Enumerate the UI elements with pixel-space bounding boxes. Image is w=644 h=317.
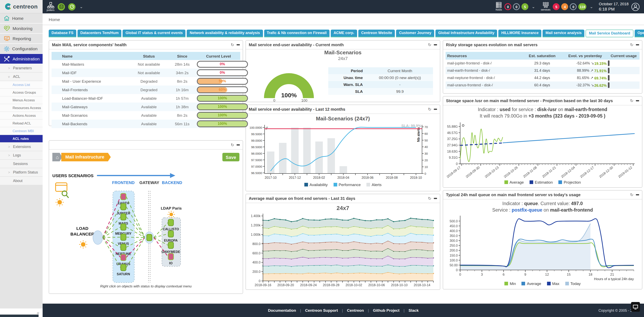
table-row[interactable]: Mail-FrontendsDegraded1h 16m60% [52, 85, 240, 94]
sidebar-item-reporting[interactable]: Reporting [0, 34, 42, 44]
collapse-panel-icon[interactable] [434, 109, 437, 110]
monitoring-engine-icon[interactable] [68, 3, 76, 10]
tab-database-fs[interactable]: Database FS [49, 29, 76, 37]
services-chevron-down-icon[interactable]: ⌄ [590, 4, 593, 9]
refresh-icon[interactable]: ↻ [231, 143, 234, 147]
tab-global-it-status-current-events[interactable]: Global IT status & current events [123, 29, 186, 37]
months-chart[interactable]: 96.500097.000097.500098.000098.500099.00… [246, 122, 440, 182]
sidebar-item-parameters[interactable]: >Parameters [0, 64, 42, 72]
table-row[interactable]: Load-Balancer-Mail-IDFAvailable1h 57m100… [52, 94, 240, 103]
footer-link-slack[interactable]: Slack [409, 308, 419, 313]
tab-centreon-website[interactable]: Centreon Website [358, 29, 395, 37]
sidebar-item-home[interactable]: Home [0, 13, 42, 23]
table-row[interactable]: Mail-BackendsAvailable56m 11s100% [52, 120, 240, 128]
poller-chevron-down-icon[interactable]: ⌄ [80, 4, 83, 9]
fullscreen-icon [633, 304, 638, 310]
table-row[interactable]: Mail-MastersNot available28m 14s0% [52, 60, 240, 68]
hosts-menu[interactable]: hosts [496, 2, 502, 11]
collapse-panel-icon[interactable] [236, 144, 240, 146]
hosts-badge[interactable]: 5 [522, 3, 528, 10]
save-button[interactable]: Save [222, 153, 240, 161]
sidebar-item-menus-access[interactable]: Menus Access [0, 96, 42, 104]
svg-text:LOAD: LOAD [76, 226, 88, 231]
horizontal-scrollbar-thumb[interactable] [0, 315, 38, 317]
refresh-icon[interactable]: ↻ [428, 196, 431, 200]
sidebar-item-access-groups[interactable]: Access Groups [0, 89, 42, 96]
tab-acme-corp-[interactable]: ACME corp. [331, 29, 357, 37]
refresh-icon[interactable]: ↻ [630, 193, 634, 197]
table-row[interactable]: mail-jupiter-frontend - disk-/29.3 days-… [446, 60, 640, 67]
infrastructure-diagram[interactable]: USERS SCENARIOSFRONTENDGATEWAYBACKENDLDA… [49, 162, 243, 283]
queue-chart[interactable]: 0200.0400.0600.0800.01.000k1.200k1.400k2… [246, 211, 440, 291]
tab-datacenters-tem-hum[interactable]: Datacenters Tem/Hum [78, 29, 122, 37]
footer-link-centreon-support[interactable]: Centreon Support [305, 308, 338, 313]
sidebar-item-sessions[interactable]: Sessions [0, 160, 42, 168]
table-row[interactable]: mail-earth-frontend - disk-/31.4 days88.… [446, 67, 640, 74]
typical-chart[interactable]: 050.00100.0150.0200.0250.0300.0350.0400.… [443, 213, 642, 281]
collapse-panel-icon[interactable] [434, 44, 437, 45]
tab-mail-service-dashboard[interactable]: Mail Service Dashboard [586, 29, 634, 37]
tab-global-infrastructure-availability[interactable]: Global Infrastructure Availability [436, 29, 497, 37]
sidebar-item-resources-access[interactable]: Resources Access [0, 104, 42, 112]
tab-network-availability-reliability-analysis[interactable]: Network availability & reliability analy… [187, 29, 263, 37]
svg-text:0: 0 [456, 268, 458, 272]
breadcrumb[interactable]: Home [42, 13, 67, 22]
sidebar-item-actions-access[interactable]: Actions Access [0, 112, 42, 120]
sidebar-item-acl[interactable]: vACL [0, 72, 42, 81]
services-badge[interactable]: 118 [578, 3, 586, 10]
refresh-icon[interactable]: ↻ [630, 43, 634, 47]
collapse-panel-icon[interactable] [434, 198, 437, 199]
refresh-icon[interactable]: ↻ [630, 99, 634, 103]
sidebar-item-monitoring[interactable]: Monitoring [0, 23, 42, 34]
map-breadcrumb-chip[interactable]: Mail Infrastructure [61, 153, 111, 161]
map-home-chip[interactable]: ⌂ [52, 153, 62, 161]
table-row[interactable]: Mail-ScenariosAvailable8m 2s100% [52, 111, 240, 120]
hosts-badge[interactable]: 0 [504, 3, 511, 10]
tab-mail-service-analysis[interactable]: Mail service analysis [543, 29, 584, 37]
collapse-panel-icon[interactable] [236, 44, 240, 45]
database-status-icon[interactable] [58, 3, 65, 10]
tab-customer-journey[interactable]: Customer Journey [396, 29, 434, 37]
sidebar-item-extensions[interactable]: >Extensions [0, 143, 42, 151]
services-menu[interactable]: services [541, 2, 550, 11]
centreon-logo[interactable]: centreon [0, 0, 42, 13]
sidebar-item-platform-status[interactable]: >Platform Status [0, 168, 42, 177]
pollers-menu[interactable]: pollers [47, 2, 54, 11]
fullscreen-button[interactable] [631, 302, 640, 312]
sidebar-item-centreon-mbi[interactable]: Centreon MBI [0, 127, 42, 135]
sidebar-item-acl-rules[interactable]: ACL rules [0, 135, 42, 143]
projection-chart[interactable]: 09.31G18.63G27.94G37.25G46.57G55.88G2018… [443, 119, 642, 180]
table-row[interactable]: Mail-GatewaysAvailable1h 38m100% [52, 103, 240, 111]
user-avatar-icon[interactable] [631, 2, 640, 11]
services-badge[interactable]: 5 [553, 3, 560, 10]
sidebar-item-logs[interactable]: >Logs [0, 151, 42, 160]
sidebar-item-reload-acl[interactable]: Reload ACL [0, 120, 42, 127]
refresh-icon[interactable]: ↻ [428, 107, 431, 111]
tab-open-tickets[interactable]: Open Tickets [635, 29, 644, 37]
hosts-chevron-down-icon[interactable]: ⌄ [532, 4, 535, 9]
table-row[interactable]: mail-neptune-frontend - disk-/44.2 days8… [446, 74, 640, 81]
refresh-icon[interactable]: ↻ [231, 43, 234, 47]
sidebar-item-configuration[interactable]: Configuration [0, 44, 42, 54]
footer-link-github-project[interactable]: Github Project [373, 308, 400, 313]
sidebar-item-about[interactable]: About [0, 177, 42, 185]
sidebar-item-access-list[interactable]: Access List [0, 81, 42, 89]
refresh-icon[interactable]: ↻ [428, 43, 431, 47]
footer-link-centreon[interactable]: Centreon [347, 308, 364, 313]
services-badge[interactable]: 0 [570, 3, 577, 10]
table-row[interactable]: Mail - User ExperienceDegraded8m 2s50% [52, 77, 240, 85]
collapse-panel-icon[interactable] [636, 44, 639, 45]
table-row[interactable]: mail-uranus-frontend - disk-/60.4 days-3… [446, 81, 640, 89]
hosts-badge[interactable]: 0 [513, 3, 520, 10]
collapse-panel-icon[interactable] [636, 194, 639, 195]
sidebar-subitem-label: Actions Access [12, 113, 36, 118]
footer-link-documentation[interactable]: Documentation [268, 308, 296, 313]
tab-trafic-nb-connection-on-firewall[interactable]: Trafic & Nb connection on Firewall [264, 29, 330, 37]
collapse-panel-icon[interactable] [636, 100, 639, 101]
postfix-queue-link[interactable]: postfix-queue [512, 207, 542, 212]
services-badge[interactable]: 4 [562, 3, 568, 10]
tab-hillmore-insurance[interactable]: HILLMORE Insurance [498, 29, 542, 37]
svg-text:100%: 100% [281, 92, 297, 98]
sidebar-item-administration[interactable]: Administration [0, 54, 42, 64]
table-row[interactable]: Mail-IDFNot available34m 2s0% [52, 68, 240, 77]
